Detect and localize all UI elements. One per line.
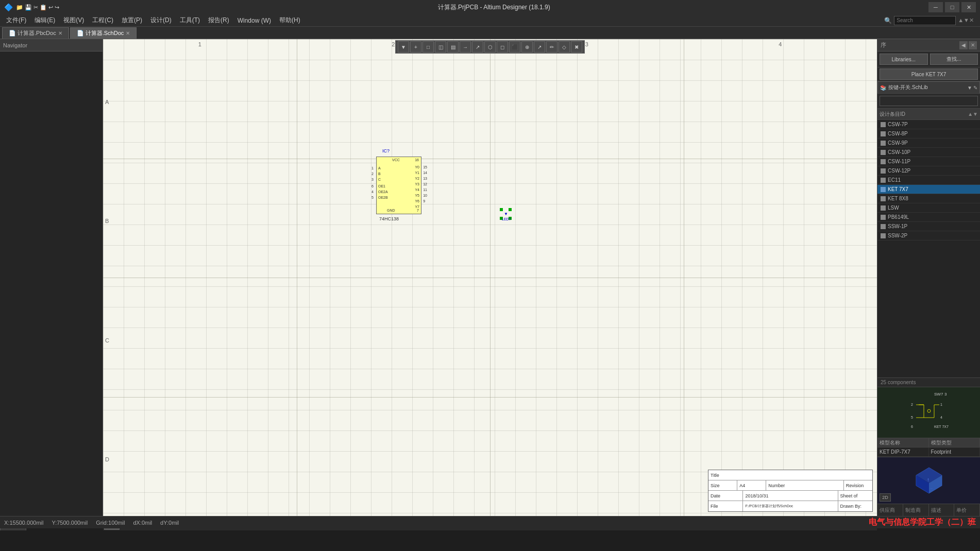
tb-fill[interactable]: ⬛: [509, 41, 520, 53]
comp-item-csw11p[interactable]: CSW-11P: [877, 157, 980, 166]
tb-sq[interactable]: ◻: [497, 41, 508, 53]
menu-project[interactable]: 工程(C): [88, 15, 117, 26]
svg-text:LED?: LED?: [502, 217, 511, 221]
menu-place[interactable]: 放置(P): [117, 15, 146, 26]
tab-sch[interactable]: 📄 计算器.SchDoc ✕: [70, 27, 137, 39]
tb-cross[interactable]: ⊕: [521, 41, 533, 53]
ic-component[interactable]: IC? VCC 16 A B C OE1 OE2A OE2B: [376, 157, 421, 214]
app-icon-bar: 📁 💾 ✂ 📋 ↩ ↪: [16, 4, 59, 11]
svg-text:SW7: SW7: [934, 392, 943, 397]
svg-text:→: →: [929, 486, 933, 491]
model-name-header: 模型名称: [877, 438, 929, 447]
led-svg: ▼ LED?: [500, 208, 520, 229]
tb-half[interactable]: ▤: [447, 41, 459, 53]
tab-pcb-close[interactable]: ✕: [58, 30, 62, 36]
schematic-canvas[interactable]: 1 2 3 4 A B C D IC? VCC 16: [103, 39, 877, 516]
menu-window[interactable]: Window (W): [233, 16, 275, 25]
comp-name-lsw: LSW: [888, 205, 899, 211]
comp-item-lsw[interactable]: LSW: [877, 203, 980, 213]
tb-arrow[interactable]: →: [460, 41, 471, 53]
comp-icon: [881, 233, 886, 238]
comp-item-ec11[interactable]: EC11: [877, 176, 980, 185]
tb-x[interactable]: ✖: [571, 41, 582, 53]
design-items-label: 设计条目ID: [880, 111, 905, 118]
date-value: 2018/10/31: [745, 493, 768, 498]
comp-item-ssw2p[interactable]: SSW-2P: [877, 231, 980, 240]
comp-name-csw12p: CSW-12P: [888, 168, 910, 174]
menu-design[interactable]: 设计(D): [146, 15, 176, 26]
preview-2d-button[interactable]: 2D: [880, 493, 891, 502]
menu-edit[interactable]: 编辑(E): [30, 15, 59, 26]
tb-diag2[interactable]: ↗: [534, 41, 545, 53]
tb-hex[interactable]: ⬡: [484, 41, 496, 53]
maximize-button[interactable]: □: [945, 2, 959, 12]
led-component[interactable]: ▼ LED?: [500, 208, 520, 230]
row-label-a: A: [105, 99, 109, 105]
tb-pen[interactable]: ✏: [546, 41, 557, 53]
menu-help[interactable]: 帮助(H): [275, 15, 305, 26]
tab-sch-label: 📄 计算器.SchDoc: [77, 29, 124, 37]
revision-label: Revision: [846, 483, 864, 488]
tb-rect[interactable]: □: [423, 41, 434, 53]
comp-item-csw7p[interactable]: CSW-7P: [877, 120, 980, 129]
menu-reports[interactable]: 报告(R): [204, 15, 233, 26]
libraries-button[interactable]: Libraries...: [880, 54, 928, 65]
watermark: 电气与信息学院工学（二）班: [869, 517, 976, 528]
model-table: 模型名称 模型类型 KET DIP-7X7 Footprint: [877, 438, 980, 457]
comp-item-csw8p[interactable]: CSW-8P: [877, 129, 980, 139]
svg-rect-0: [500, 208, 503, 211]
info-row: 供应商 制造商 描述 单价: [877, 504, 980, 516]
comp-icon: [881, 150, 886, 155]
tab-pcb[interactable]: 📄 计算器.PbcDoc ✕: [2, 27, 69, 39]
lib-selector[interactable]: 📚 按键-开关.SchLib ▼ ✎: [877, 81, 980, 94]
col-label-2: 2: [392, 41, 395, 47]
place-button[interactable]: Place KET 7X7: [880, 68, 978, 80]
minimize-button[interactable]: ─: [928, 2, 943, 12]
component-search-input[interactable]: [880, 96, 978, 106]
panel-pin-button[interactable]: ◀: [959, 41, 968, 49]
tb-filter[interactable]: ▼: [398, 41, 409, 53]
right-panel-header: 序 ◀ ✕: [877, 39, 980, 51]
tb-add[interactable]: +: [410, 41, 421, 53]
lib-edit-icon[interactable]: ✎: [973, 85, 977, 91]
tb-diag[interactable]: ↗: [472, 41, 483, 53]
search-input[interactable]: [894, 16, 956, 25]
menu-tools[interactable]: 工具(T): [176, 15, 204, 26]
tab-sch-close[interactable]: ✕: [126, 30, 130, 36]
panel-close-button[interactable]: ✕: [969, 41, 977, 49]
tab-pcb-label: 📄 计算器.PbcDoc: [9, 29, 56, 37]
menu-file[interactable]: 文件(F): [2, 15, 30, 26]
file-value-cell: F:/PCB/计算器计划书/SchDoc: [743, 501, 838, 511]
number-cell: Number: [766, 480, 844, 490]
component-list[interactable]: CSW-7P CSW-8P CSW-9P CSW-10P CSW-11P CSW…: [877, 120, 980, 377]
comp-item-ket7x7[interactable]: KET 7X7: [877, 185, 980, 194]
close-button[interactable]: ✕: [961, 2, 976, 12]
comp-item-csw12p[interactable]: CSW-12P: [877, 166, 980, 176]
design-items-controls[interactable]: ▲▼: [968, 111, 978, 117]
tb-diamond[interactable]: ◇: [559, 41, 570, 53]
size-value-cell: A4: [737, 480, 766, 490]
comp-item-ket8x8[interactable]: KET 8X8: [877, 194, 980, 203]
canvas-area[interactable]: ▼ + □ ◫ ▤ → ↗ ⬡ ◻ ⬛ ⊕ ↗ ✏ ◇ ✖: [103, 39, 877, 516]
svg-text:4: 4: [940, 416, 942, 419]
comp-item-csw10p[interactable]: CSW-10P: [877, 148, 980, 157]
panel-title: 序: [881, 41, 886, 49]
ic-name: 74HC138: [379, 216, 399, 221]
sheet-label: Sheet: [840, 493, 853, 498]
search-button[interactable]: 查找...: [930, 54, 978, 65]
lib-dropdown-icon[interactable]: ▼: [967, 85, 972, 91]
date-label-cell: Date: [708, 491, 743, 501]
menu-view[interactable]: 视图(V): [59, 15, 88, 26]
comp-item-ssw1p[interactable]: SSW-1P: [877, 222, 980, 231]
float-toolbar: ▼ + □ ◫ ▤ → ↗ ⬡ ◻ ⬛ ⊕ ↗ ✏ ◇ ✖: [395, 40, 585, 54]
comp-icon: [881, 178, 886, 183]
titlebar-title: 计算器.PrjPCB - Altium Designer (18.1.9): [438, 3, 550, 12]
ic-pins-left: A B C OE1 OE2A OE2B: [378, 165, 388, 200]
comp-item-pb6149l[interactable]: PB6149L: [877, 213, 980, 222]
size-label: Size: [711, 483, 720, 488]
tb-split[interactable]: ◫: [435, 41, 446, 53]
comp-item-csw9p[interactable]: CSW-9P: [877, 139, 980, 148]
svg-text:1: 1: [940, 403, 942, 406]
schematic-preview: SW7 3 2 1 5 4 6 KET 7X7: [877, 387, 980, 438]
model-row[interactable]: KET DIP-7X7 Footprint: [877, 447, 980, 457]
